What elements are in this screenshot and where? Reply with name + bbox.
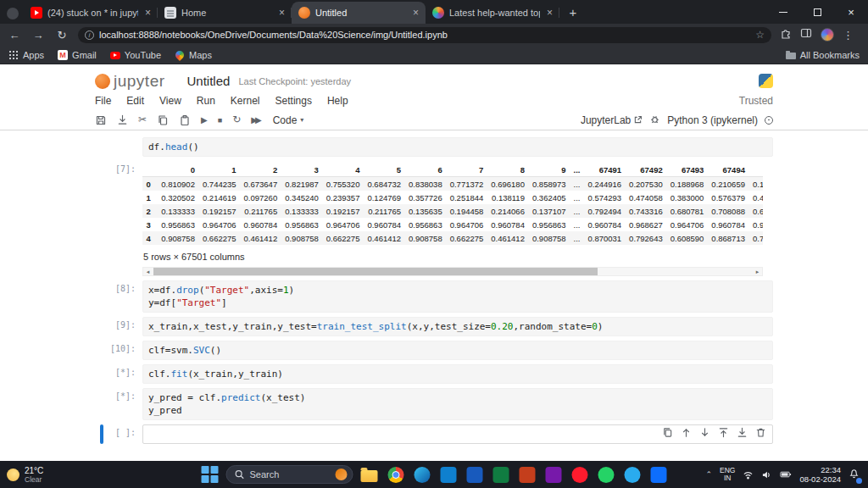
bookmark-maps[interactable]: Maps [175, 50, 212, 60]
taskbar-app-chrome[interactable] [386, 464, 406, 485]
language-indicator[interactable]: ENGIN [720, 467, 735, 482]
menu-edit[interactable]: Edit [126, 95, 144, 107]
volume-icon[interactable] [761, 470, 772, 480]
cell-input[interactable]: y_pred = clf.predict(x_test)y_pred [142, 388, 773, 420]
insert-cell-below-button[interactable] [117, 114, 128, 125]
save-button[interactable] [95, 114, 107, 126]
media-controls-icon[interactable] [7, 8, 19, 19]
taskbar-app-edge[interactable] [412, 464, 432, 485]
kernel-name[interactable]: Python 3 (ipykernel) [667, 114, 758, 126]
maximize-button[interactable] [800, 0, 834, 24]
horizontal-scrollbar[interactable]: ◂ ▸ [142, 267, 763, 276]
cut-cells-button[interactable]: ✂ [138, 114, 147, 125]
restart-kernel-button[interactable]: ↻ [232, 114, 241, 125]
scroll-left-icon[interactable]: ◂ [143, 267, 153, 276]
open-in-jupyterlab-link[interactable]: JupyterLab [581, 114, 643, 126]
interrupt-kernel-button[interactable]: ■ [218, 114, 222, 126]
menu-view[interactable]: View [159, 95, 181, 107]
all-bookmarks-button[interactable]: All Bookmarks [786, 50, 860, 60]
taskbar-app-word[interactable] [465, 464, 485, 485]
code-cell[interactable]: [9]: x_train,x_test,y_train,y_test=train… [95, 317, 773, 336]
scrollbar-thumb[interactable] [153, 268, 598, 275]
jupyter-logo[interactable]: jupyter [95, 72, 165, 91]
close-button[interactable]: × [834, 0, 868, 24]
move-cell-up-button[interactable] [681, 427, 692, 438]
cell-input[interactable]: clf.fit(x_train,y_train) [142, 364, 773, 384]
duplicate-cell-button[interactable] [662, 427, 673, 438]
search-highlight-icon[interactable] [336, 469, 348, 480]
taskbar-app-file-explorer[interactable] [359, 464, 380, 485]
code-cell[interactable]: [8]: x=df.drop("Target",axis=1)y=df["Tar… [95, 280, 773, 313]
taskbar-app-telegram[interactable] [622, 464, 643, 485]
minimize-button[interactable] [766, 0, 800, 24]
bookmark-star-icon[interactable]: ☆ [755, 29, 765, 41]
browser-tab[interactable]: Home × [158, 2, 292, 24]
url-text[interactable]: localhost:8888/notebooks/OneDrive/Docume… [99, 30, 750, 40]
restart-run-all-button[interactable]: ▶▶ [251, 114, 259, 125]
browser-menu-icon[interactable]: ⋮ [843, 29, 854, 42]
browser-tab[interactable]: Latest help-wanted topics - Jup... × [426, 2, 559, 24]
code-cell[interactable]: df.head() [95, 137, 773, 157]
taskbar-app-whatsapp[interactable] [596, 464, 616, 485]
taskbar-app-onenote[interactable] [543, 464, 564, 485]
side-panel-icon[interactable] [800, 27, 812, 42]
debugger-bug-icon[interactable] [649, 114, 660, 127]
run-cell-button[interactable]: ▶ [201, 114, 208, 125]
insert-cell-below-button[interactable] [737, 427, 748, 438]
wifi-icon[interactable] [743, 470, 754, 480]
delete-cell-button[interactable] [755, 427, 766, 438]
cell-input[interactable]: df.head() [142, 137, 773, 157]
weather-widget[interactable]: 21°C Clear [0, 466, 170, 484]
code-cell[interactable]: [ ]: [95, 424, 773, 444]
paste-cells-button[interactable] [179, 114, 191, 126]
menu-run[interactable]: Run [197, 95, 215, 107]
cell-input[interactable]: x=df.drop("Target",axis=1)y=df["Target"] [142, 280, 773, 313]
cell-input[interactable]: x_train,x_test,y_train,y_test=train_test… [142, 317, 773, 336]
cell-type-dropdown[interactable]: Code ▾ [273, 114, 304, 126]
notification-bell[interactable] [849, 467, 860, 482]
cell-input[interactable]: clf=svm.SVC() [142, 341, 773, 360]
taskbar-clock[interactable]: 22:34 08-02-2024 [799, 465, 841, 484]
taskbar-app-powerpoint[interactable] [517, 464, 537, 485]
site-info-icon[interactable]: i [85, 30, 94, 40]
browser-tab[interactable]: Untitled × [292, 2, 426, 24]
taskbar-app-microsoft-store[interactable] [648, 464, 669, 485]
address-bar[interactable]: i localhost:8888/notebooks/OneDrive/Docu… [78, 27, 771, 43]
menu-file[interactable]: File [95, 95, 111, 107]
code-cell[interactable]: [*]: y_pred = clf.predict(x_test)y_pred [95, 388, 773, 420]
code-cell[interactable]: [*]: clf.fit(x_train,y_train) [95, 364, 773, 384]
new-tab-button[interactable]: + [563, 2, 583, 22]
tab-close-icon[interactable]: × [545, 7, 554, 19]
extensions-puzzle-icon[interactable] [780, 27, 792, 42]
copy-cells-button[interactable] [157, 114, 169, 126]
menu-settings[interactable]: Settings [275, 95, 312, 107]
browser-tab[interactable]: (24) stuck on * in jupyter noteb... × [24, 2, 158, 24]
tray-overflow-icon[interactable]: ⌃ [705, 470, 712, 479]
bookmark-gmail[interactable]: M Gmail [58, 50, 97, 60]
insert-cell-above-button[interactable] [718, 427, 729, 438]
forward-icon[interactable]: → [31, 29, 46, 42]
start-button[interactable] [200, 464, 220, 485]
bookmark-apps[interactable]: Apps [8, 50, 44, 60]
notebook-title[interactable]: Untitled [187, 74, 231, 88]
reload-icon[interactable]: ↻ [54, 29, 70, 42]
navbar-actions: ⋮ [780, 27, 854, 42]
move-cell-down-button[interactable] [699, 427, 710, 438]
kernel-status-icon[interactable] [765, 116, 773, 125]
tab-close-icon[interactable]: × [277, 7, 287, 19]
taskbar-app-vscode[interactable] [438, 464, 459, 485]
menu-help[interactable]: Help [327, 95, 348, 107]
scroll-right-icon[interactable]: ▸ [753, 267, 762, 276]
taskbar-app-excel[interactable] [491, 464, 511, 485]
profile-avatar[interactable] [821, 28, 834, 42]
scrollbar-track[interactable] [153, 268, 753, 275]
tab-close-icon[interactable]: × [143, 7, 153, 19]
code-cell[interactable]: [10]: clf=svm.SVC() [95, 341, 773, 360]
taskbar-app-opera[interactable] [570, 464, 590, 485]
taskbar-search[interactable]: Search [226, 465, 353, 484]
bookmark-youtube[interactable]: YouTube [110, 50, 161, 60]
tab-close-icon[interactable]: × [411, 7, 420, 19]
battery-icon[interactable] [780, 470, 792, 479]
back-icon[interactable]: ← [7, 29, 22, 42]
menu-kernel[interactable]: Kernel [231, 95, 260, 107]
